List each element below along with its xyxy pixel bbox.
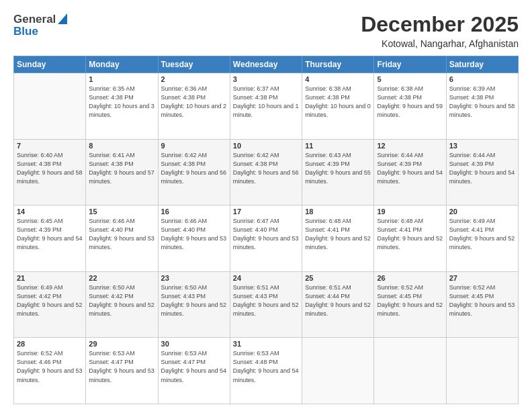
- day-number: 5: [377, 75, 443, 83]
- table-row: [302, 338, 374, 404]
- day-info: Sunrise: 6:52 AMSunset: 4:45 PMDaylight:…: [449, 283, 515, 318]
- day-info: Sunrise: 6:48 AMSunset: 4:41 PMDaylight:…: [377, 217, 443, 252]
- day-number: 25: [305, 274, 371, 282]
- day-number: 6: [449, 75, 515, 83]
- day-info: Sunrise: 6:51 AMSunset: 4:44 PMDaylight:…: [305, 283, 371, 318]
- day-number: 16: [161, 208, 227, 216]
- logo-triangle-icon: [58, 13, 67, 27]
- table-row: 10Sunrise: 6:42 AMSunset: 4:38 PMDayligh…: [230, 139, 302, 205]
- day-number: 1: [89, 75, 154, 83]
- day-info: Sunrise: 6:51 AMSunset: 4:43 PMDaylight:…: [233, 283, 299, 318]
- day-info: Sunrise: 6:42 AMSunset: 4:38 PMDaylight:…: [161, 151, 227, 186]
- table-row: [446, 338, 518, 404]
- table-row: 16Sunrise: 6:46 AMSunset: 4:40 PMDayligh…: [158, 205, 230, 272]
- day-info: Sunrise: 6:44 AMSunset: 4:39 PMDaylight:…: [449, 151, 515, 186]
- day-number: 3: [233, 75, 299, 83]
- day-number: 11: [305, 142, 371, 150]
- day-info: Sunrise: 6:53 AMSunset: 4:48 PMDaylight:…: [233, 349, 299, 384]
- day-info: Sunrise: 6:49 AMSunset: 4:41 PMDaylight:…: [449, 217, 515, 252]
- day-number: 26: [377, 274, 443, 282]
- table-row: [374, 338, 446, 404]
- day-number: 8: [89, 142, 154, 150]
- table-row: 5Sunrise: 6:38 AMSunset: 4:38 PMDaylight…: [374, 73, 446, 140]
- day-number: 12: [377, 142, 443, 150]
- table-row: 30Sunrise: 6:53 AMSunset: 4:47 PMDayligh…: [158, 338, 230, 404]
- day-number: 9: [161, 142, 227, 150]
- day-number: 18: [305, 208, 371, 216]
- day-number: 28: [17, 340, 83, 348]
- logo: General Blue: [13, 12, 67, 38]
- day-number: 27: [449, 274, 515, 282]
- day-number: 13: [449, 142, 515, 150]
- table-row: 28Sunrise: 6:52 AMSunset: 4:46 PMDayligh…: [14, 338, 86, 404]
- day-info: Sunrise: 6:53 AMSunset: 4:47 PMDaylight:…: [161, 349, 227, 384]
- table-row: 13Sunrise: 6:44 AMSunset: 4:39 PMDayligh…: [446, 139, 518, 205]
- day-number: 7: [17, 142, 83, 150]
- table-row: 17Sunrise: 6:47 AMSunset: 4:40 PMDayligh…: [230, 205, 302, 272]
- col-wednesday: Wednesday: [230, 56, 302, 73]
- day-number: 15: [89, 208, 154, 216]
- day-info: Sunrise: 6:45 AMSunset: 4:39 PMDaylight:…: [17, 217, 83, 252]
- month-title: December 2025: [361, 12, 519, 37]
- day-info: Sunrise: 6:50 AMSunset: 4:42 PMDaylight:…: [89, 283, 154, 318]
- day-number: 17: [233, 208, 299, 216]
- table-row: 14Sunrise: 6:45 AMSunset: 4:39 PMDayligh…: [14, 205, 86, 272]
- day-info: Sunrise: 6:41 AMSunset: 4:38 PMDaylight:…: [89, 151, 154, 186]
- logo-general: General: [13, 13, 56, 26]
- table-row: 4Sunrise: 6:38 AMSunset: 4:38 PMDaylight…: [302, 73, 374, 140]
- day-info: Sunrise: 6:35 AMSunset: 4:38 PMDaylight:…: [89, 85, 154, 120]
- day-number: 22: [89, 274, 154, 282]
- svg-marker-0: [58, 13, 67, 24]
- table-row: 27Sunrise: 6:52 AMSunset: 4:45 PMDayligh…: [446, 271, 518, 338]
- day-number: 29: [89, 340, 154, 348]
- col-thursday: Thursday: [302, 56, 374, 73]
- col-saturday: Saturday: [446, 56, 518, 73]
- table-row: 29Sunrise: 6:53 AMSunset: 4:47 PMDayligh…: [86, 338, 158, 404]
- day-number: 14: [17, 208, 83, 216]
- table-row: 23Sunrise: 6:50 AMSunset: 4:43 PMDayligh…: [158, 271, 230, 338]
- day-number: 20: [449, 208, 515, 216]
- calendar-header-row: Sunday Monday Tuesday Wednesday Thursday…: [14, 56, 519, 73]
- day-info: Sunrise: 6:53 AMSunset: 4:47 PMDaylight:…: [89, 349, 154, 384]
- day-number: 23: [161, 274, 227, 282]
- table-row: 21Sunrise: 6:49 AMSunset: 4:42 PMDayligh…: [14, 271, 86, 338]
- table-row: 20Sunrise: 6:49 AMSunset: 4:41 PMDayligh…: [446, 205, 518, 272]
- day-info: Sunrise: 6:39 AMSunset: 4:38 PMDaylight:…: [449, 85, 515, 120]
- table-row: [14, 73, 86, 140]
- day-info: Sunrise: 6:52 AMSunset: 4:46 PMDaylight:…: [17, 349, 83, 384]
- table-row: 24Sunrise: 6:51 AMSunset: 4:43 PMDayligh…: [230, 271, 302, 338]
- table-row: 22Sunrise: 6:50 AMSunset: 4:42 PMDayligh…: [86, 271, 158, 338]
- col-friday: Friday: [374, 56, 446, 73]
- day-info: Sunrise: 6:38 AMSunset: 4:38 PMDaylight:…: [305, 85, 371, 120]
- day-info: Sunrise: 6:52 AMSunset: 4:45 PMDaylight:…: [377, 283, 443, 318]
- page: General Blue December 2025 Kotowal, Nang…: [0, 0, 532, 411]
- day-number: 24: [233, 274, 299, 282]
- table-row: 9Sunrise: 6:42 AMSunset: 4:38 PMDaylight…: [158, 139, 230, 205]
- day-info: Sunrise: 6:44 AMSunset: 4:39 PMDaylight:…: [377, 151, 443, 186]
- col-sunday: Sunday: [14, 56, 86, 73]
- table-row: 6Sunrise: 6:39 AMSunset: 4:38 PMDaylight…: [446, 73, 518, 140]
- day-info: Sunrise: 6:50 AMSunset: 4:43 PMDaylight:…: [161, 283, 227, 318]
- day-number: 30: [161, 340, 227, 348]
- day-info: Sunrise: 6:38 AMSunset: 4:38 PMDaylight:…: [377, 85, 443, 120]
- day-number: 4: [305, 75, 371, 83]
- day-number: 21: [17, 274, 83, 282]
- table-row: 12Sunrise: 6:44 AMSunset: 4:39 PMDayligh…: [374, 139, 446, 205]
- header: General Blue December 2025 Kotowal, Nang…: [13, 12, 519, 49]
- table-row: 2Sunrise: 6:36 AMSunset: 4:38 PMDaylight…: [158, 73, 230, 140]
- table-row: 1Sunrise: 6:35 AMSunset: 4:38 PMDaylight…: [86, 73, 158, 140]
- day-info: Sunrise: 6:42 AMSunset: 4:38 PMDaylight:…: [233, 151, 299, 186]
- day-info: Sunrise: 6:46 AMSunset: 4:40 PMDaylight:…: [89, 217, 154, 252]
- day-number: 2: [161, 75, 227, 83]
- calendar-table: Sunday Monday Tuesday Wednesday Thursday…: [13, 56, 519, 404]
- day-info: Sunrise: 6:47 AMSunset: 4:40 PMDaylight:…: [233, 217, 299, 252]
- day-info: Sunrise: 6:36 AMSunset: 4:38 PMDaylight:…: [161, 85, 227, 120]
- table-row: 8Sunrise: 6:41 AMSunset: 4:38 PMDaylight…: [86, 139, 158, 205]
- day-info: Sunrise: 6:48 AMSunset: 4:41 PMDaylight:…: [305, 217, 371, 252]
- table-row: 19Sunrise: 6:48 AMSunset: 4:41 PMDayligh…: [374, 205, 446, 272]
- table-row: 11Sunrise: 6:43 AMSunset: 4:39 PMDayligh…: [302, 139, 374, 205]
- day-number: 19: [377, 208, 443, 216]
- table-row: 18Sunrise: 6:48 AMSunset: 4:41 PMDayligh…: [302, 205, 374, 272]
- day-info: Sunrise: 6:37 AMSunset: 4:38 PMDaylight:…: [233, 85, 299, 120]
- table-row: 26Sunrise: 6:52 AMSunset: 4:45 PMDayligh…: [374, 271, 446, 338]
